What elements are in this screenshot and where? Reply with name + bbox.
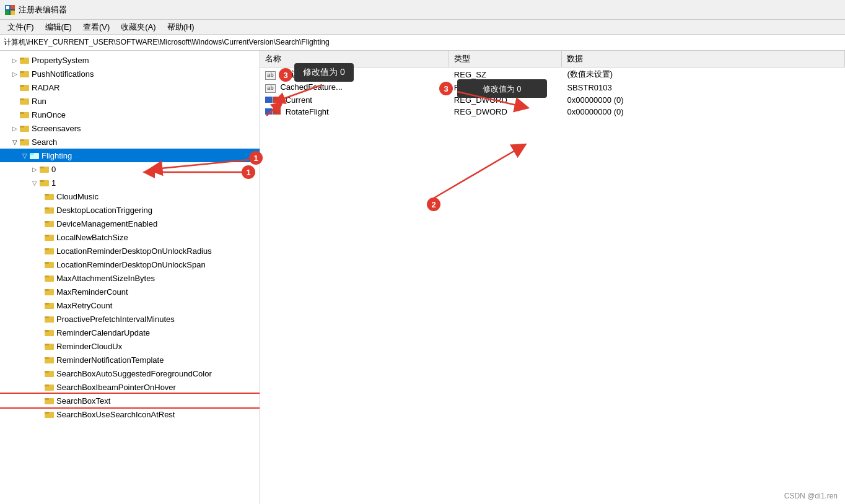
svg-rect-13: [20, 112, 24, 114]
app-title: 注册表编辑器: [19, 4, 67, 15]
svg-rect-41: [45, 303, 49, 305]
list-item[interactable]: CloudMusic: [0, 189, 260, 203]
menu-favorites[interactable]: 收藏夹(A): [116, 20, 160, 34]
col-type[interactable]: 类型: [449, 51, 562, 67]
col-data[interactable]: 数据: [562, 51, 845, 67]
svg-rect-7: [20, 71, 24, 73]
svg-rect-45: [45, 330, 49, 332]
app-icon: [5, 5, 15, 15]
svg-rect-5: [20, 58, 24, 59]
address-text: 计算机\HKEY_CURRENT_USER\SOFTWARE\Microsoft…: [4, 37, 330, 48]
col-name[interactable]: 名称: [260, 51, 449, 67]
list-item[interactable]: LocalNewBatchSize: [0, 230, 260, 244]
menu-edit[interactable]: 编辑(E): [40, 20, 77, 34]
list-item[interactable]: MaxRetryCount: [0, 298, 260, 312]
svg-rect-17: [20, 139, 24, 141]
tree-item-search[interactable]: ▽ Search: [0, 135, 260, 149]
list-item[interactable]: ReminderCloudUx: [0, 339, 260, 353]
svg-rect-9: [20, 85, 24, 87]
list-item[interactable]: ReminderNotificationTemplate: [0, 353, 260, 367]
svg-rect-29: [45, 221, 49, 223]
svg-rect-51: [45, 371, 49, 373]
annotation-badge-3: 3: [279, 68, 292, 82]
tree-item[interactable]: ▷ PushNotifications: [0, 67, 260, 80]
tree-item[interactable]: ▷ RADAR: [0, 80, 260, 94]
svg-rect-49: [45, 357, 49, 359]
table-row[interactable]: Current REG_DWORD 0x00000000 (0): [260, 94, 845, 106]
list-item[interactable]: SearchBoxIbeamPointerOnHover: [0, 380, 260, 394]
list-item[interactable]: ProactivePrefetchIntervalMinutes: [0, 312, 260, 326]
address-bar: 计算机\HKEY_CURRENT_USER\SOFTWARE\Microsoft…: [0, 35, 845, 51]
svg-rect-23: [40, 180, 44, 182]
svg-rect-57: [45, 412, 49, 414]
tree-item[interactable]: ▷ RunOnce: [0, 108, 260, 121]
list-item[interactable]: LocationReminderDesktopOnUnlockSpan: [0, 258, 260, 271]
list-item[interactable]: DesktopLocationTriggering: [0, 203, 260, 217]
svg-rect-37: [45, 276, 49, 277]
svg-rect-0: [5, 5, 9, 9]
svg-rect-31: [45, 235, 49, 237]
tree-item-0[interactable]: ▷ 0: [0, 162, 260, 176]
menu-bar: 文件(F) 编辑(E) 查看(V) 收藏夹(A) 帮助(H): [0, 20, 845, 35]
list-item[interactable]: MaxAttachmentSizeInBytes: [0, 271, 260, 285]
tooltip-modify-value: 修改值为 0: [294, 63, 354, 82]
tree-item[interactable]: ▷ Screensavers: [0, 121, 260, 135]
tree-item[interactable]: ▷ Run: [0, 94, 260, 108]
svg-rect-53: [45, 385, 49, 386]
annotation-badge-1: 1: [242, 165, 255, 179]
list-item[interactable]: DeviceManagementEnabled: [0, 217, 260, 230]
svg-rect-47: [45, 344, 49, 345]
svg-rect-15: [20, 126, 24, 128]
tree-item[interactable]: ▷ PropertySystem: [0, 53, 260, 67]
list-item[interactable]: SearchBoxAutoSuggestedForegroundColor: [0, 367, 260, 380]
table-row[interactable]: RotateFlight REG_DWORD 0x00000000 (0): [260, 106, 845, 118]
tree-panel[interactable]: ▷ PropertySystem ▷ PushNotifications ▷ R…: [0, 51, 260, 504]
right-panel: 名称 类型 数据 ab (默认) REG_SZ (数值未设置) ab: [260, 51, 845, 504]
title-bar: 注册表编辑器: [0, 0, 845, 20]
tree-item-searchboxtext[interactable]: SearchBoxText: [0, 394, 260, 407]
reg-icon-sz: ab: [265, 71, 276, 80]
svg-rect-55: [45, 398, 49, 400]
svg-rect-1: [11, 5, 15, 9]
menu-help[interactable]: 帮助(H): [162, 20, 199, 34]
registry-table: 名称 类型 数据 ab (默认) REG_SZ (数值未设置) ab: [260, 51, 845, 118]
reg-icon-dword: [265, 108, 281, 115]
svg-rect-2: [5, 11, 9, 15]
svg-rect-19: [30, 153, 34, 155]
list-item[interactable]: LocationReminderDesktopOnUnlockRadius: [0, 244, 260, 258]
svg-rect-35: [45, 262, 49, 264]
svg-rect-25: [45, 194, 49, 196]
svg-rect-39: [45, 289, 49, 291]
svg-rect-33: [45, 248, 49, 250]
tree-item-1[interactable]: ▽ 1: [0, 176, 260, 189]
svg-rect-21: [40, 167, 44, 168]
tree-item-flighting[interactable]: ▽ Flighting: [0, 149, 260, 162]
watermark: CSDN @di1.ren: [784, 492, 838, 500]
main-content: ▷ PropertySystem ▷ PushNotifications ▷ R…: [0, 51, 845, 504]
reg-icon-sz: ab: [265, 84, 276, 93]
list-item[interactable]: ReminderCalendarUpdate: [0, 326, 260, 339]
svg-rect-11: [20, 98, 24, 100]
list-item[interactable]: SearchBoxUseSearchIconAtRest: [0, 407, 260, 421]
svg-rect-3: [11, 11, 15, 15]
svg-rect-43: [45, 316, 49, 318]
menu-view[interactable]: 查看(V): [78, 20, 115, 34]
list-item[interactable]: MaxReminderCount: [0, 285, 260, 298]
svg-rect-27: [45, 207, 49, 209]
reg-icon-dword: [265, 97, 281, 103]
menu-file[interactable]: 文件(F): [2, 20, 39, 34]
table-row[interactable]: ab CachedFeature... REG_SZ SBSTR0103: [260, 81, 845, 94]
